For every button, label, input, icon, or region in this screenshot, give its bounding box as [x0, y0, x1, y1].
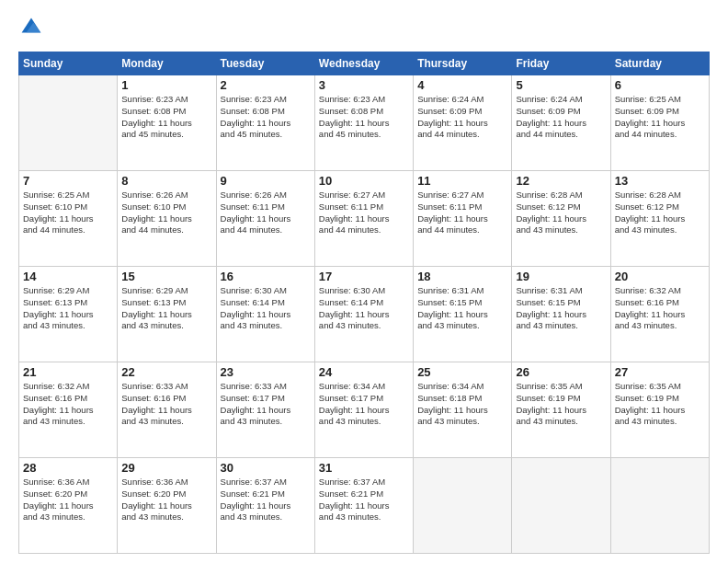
logo-icon — [20, 17, 42, 39]
day-info: Sunrise: 6:25 AMSunset: 6:09 PMDaylight:… — [615, 94, 705, 141]
calendar-cell: 18Sunrise: 6:31 AMSunset: 6:15 PMDayligh… — [414, 267, 512, 362]
calendar-cell: 29Sunrise: 6:36 AMSunset: 6:20 PMDayligh… — [118, 458, 216, 554]
day-number: 3 — [319, 78, 409, 92]
day-number: 9 — [221, 174, 311, 188]
calendar-cell: 15Sunrise: 6:29 AMSunset: 6:13 PMDayligh… — [118, 267, 216, 362]
day-info: Sunrise: 6:27 AMSunset: 6:11 PMDaylight:… — [417, 190, 507, 236]
day-info: Sunrise: 6:24 AMSunset: 6:09 PMDaylight:… — [417, 94, 507, 141]
calendar-cell: 13Sunrise: 6:28 AMSunset: 6:12 PMDayligh… — [610, 171, 709, 267]
logo — [18, 17, 46, 42]
day-number: 13 — [615, 174, 705, 188]
day-info: Sunrise: 6:31 AMSunset: 6:15 PMDaylight:… — [516, 285, 606, 332]
day-info: Sunrise: 6:29 AMSunset: 6:13 PMDaylight:… — [121, 285, 211, 332]
day-number: 12 — [516, 174, 606, 188]
calendar-cell: 27Sunrise: 6:35 AMSunset: 6:19 PMDayligh… — [610, 362, 709, 458]
day-number: 10 — [319, 174, 409, 188]
day-info: Sunrise: 6:36 AMSunset: 6:20 PMDaylight:… — [121, 477, 211, 523]
day-info: Sunrise: 6:31 AMSunset: 6:15 PMDaylight:… — [417, 285, 507, 332]
calendar-cell: 1Sunrise: 6:23 AMSunset: 6:08 PMDaylight… — [118, 75, 216, 171]
day-header-sunday: Sunday — [19, 52, 118, 75]
day-header-friday: Friday — [512, 52, 610, 75]
day-number: 28 — [23, 461, 113, 475]
calendar-cell: 11Sunrise: 6:27 AMSunset: 6:11 PMDayligh… — [414, 171, 512, 267]
day-info: Sunrise: 6:23 AMSunset: 6:08 PMDaylight:… — [221, 94, 311, 141]
calendar-cell — [19, 75, 118, 171]
calendar-cell: 30Sunrise: 6:37 AMSunset: 6:21 PMDayligh… — [216, 458, 314, 554]
calendar-cell: 7Sunrise: 6:25 AMSunset: 6:10 PMDaylight… — [19, 171, 118, 267]
day-number: 27 — [615, 365, 705, 379]
calendar-cell: 28Sunrise: 6:36 AMSunset: 6:20 PMDayligh… — [19, 458, 118, 554]
calendar-cell: 5Sunrise: 6:24 AMSunset: 6:09 PMDaylight… — [512, 75, 610, 171]
day-info: Sunrise: 6:37 AMSunset: 6:21 PMDaylight:… — [221, 477, 311, 523]
day-info: Sunrise: 6:34 AMSunset: 6:18 PMDaylight:… — [417, 381, 507, 428]
day-info: Sunrise: 6:32 AMSunset: 6:16 PMDaylight:… — [23, 381, 113, 428]
day-info: Sunrise: 6:27 AMSunset: 6:11 PMDaylight:… — [319, 190, 409, 236]
day-number: 22 — [121, 365, 211, 379]
day-number: 16 — [221, 270, 311, 283]
day-number: 23 — [221, 365, 311, 379]
day-info: Sunrise: 6:30 AMSunset: 6:14 PMDaylight:… — [319, 285, 409, 332]
day-info: Sunrise: 6:30 AMSunset: 6:14 PMDaylight:… — [221, 285, 311, 332]
calendar-header-row: SundayMondayTuesdayWednesdayThursdayFrid… — [19, 52, 710, 75]
day-header-wednesday: Wednesday — [314, 52, 413, 75]
day-number: 31 — [319, 461, 409, 475]
day-number: 7 — [23, 174, 113, 188]
calendar-cell: 20Sunrise: 6:32 AMSunset: 6:16 PMDayligh… — [610, 267, 709, 362]
day-number: 25 — [417, 365, 507, 379]
calendar: SundayMondayTuesdayWednesdayThursdayFrid… — [18, 52, 710, 554]
day-info: Sunrise: 6:26 AMSunset: 6:11 PMDaylight:… — [221, 190, 311, 236]
day-info: Sunrise: 6:24 AMSunset: 6:09 PMDaylight:… — [516, 94, 606, 141]
calendar-cell — [512, 458, 610, 554]
calendar-cell: 8Sunrise: 6:26 AMSunset: 6:10 PMDaylight… — [118, 171, 216, 267]
day-number: 17 — [319, 270, 409, 283]
day-number: 26 — [516, 365, 606, 379]
calendar-cell: 26Sunrise: 6:35 AMSunset: 6:19 PMDayligh… — [512, 362, 610, 458]
calendar-cell: 10Sunrise: 6:27 AMSunset: 6:11 PMDayligh… — [314, 171, 413, 267]
day-info: Sunrise: 6:35 AMSunset: 6:19 PMDaylight:… — [615, 381, 705, 428]
page: SundayMondayTuesdayWednesdayThursdayFrid… — [0, 0, 728, 563]
day-header-thursday: Thursday — [414, 52, 512, 75]
calendar-cell: 21Sunrise: 6:32 AMSunset: 6:16 PMDayligh… — [19, 362, 118, 458]
day-info: Sunrise: 6:28 AMSunset: 6:12 PMDaylight:… — [516, 190, 606, 236]
day-number: 5 — [516, 78, 606, 92]
day-number: 19 — [516, 270, 606, 283]
calendar-cell: 25Sunrise: 6:34 AMSunset: 6:18 PMDayligh… — [414, 362, 512, 458]
calendar-cell: 12Sunrise: 6:28 AMSunset: 6:12 PMDayligh… — [512, 171, 610, 267]
calendar-cell: 23Sunrise: 6:33 AMSunset: 6:17 PMDayligh… — [216, 362, 314, 458]
header — [18, 17, 710, 42]
day-number: 30 — [221, 461, 311, 475]
week-row-3: 14Sunrise: 6:29 AMSunset: 6:13 PMDayligh… — [19, 267, 710, 362]
day-number: 8 — [121, 174, 211, 188]
day-header-monday: Monday — [118, 52, 216, 75]
day-info: Sunrise: 6:26 AMSunset: 6:10 PMDaylight:… — [121, 190, 211, 236]
calendar-cell: 22Sunrise: 6:33 AMSunset: 6:16 PMDayligh… — [118, 362, 216, 458]
day-info: Sunrise: 6:37 AMSunset: 6:21 PMDaylight:… — [319, 477, 409, 523]
day-number: 11 — [417, 174, 507, 188]
day-number: 20 — [615, 270, 705, 283]
day-number: 21 — [23, 365, 113, 379]
day-info: Sunrise: 6:33 AMSunset: 6:16 PMDaylight:… — [121, 381, 211, 428]
day-info: Sunrise: 6:28 AMSunset: 6:12 PMDaylight:… — [615, 190, 705, 236]
day-number: 15 — [121, 270, 211, 283]
day-info: Sunrise: 6:25 AMSunset: 6:10 PMDaylight:… — [23, 190, 113, 236]
week-row-4: 21Sunrise: 6:32 AMSunset: 6:16 PMDayligh… — [19, 362, 710, 458]
day-number: 4 — [417, 78, 507, 92]
day-number: 24 — [319, 365, 409, 379]
day-number: 1 — [121, 78, 211, 92]
calendar-cell: 16Sunrise: 6:30 AMSunset: 6:14 PMDayligh… — [216, 267, 314, 362]
week-row-1: 1Sunrise: 6:23 AMSunset: 6:08 PMDaylight… — [19, 75, 710, 171]
day-info: Sunrise: 6:35 AMSunset: 6:19 PMDaylight:… — [516, 381, 606, 428]
calendar-cell — [610, 458, 709, 554]
day-info: Sunrise: 6:29 AMSunset: 6:13 PMDaylight:… — [23, 285, 113, 332]
calendar-cell: 17Sunrise: 6:30 AMSunset: 6:14 PMDayligh… — [314, 267, 413, 362]
day-number: 2 — [221, 78, 311, 92]
calendar-cell: 4Sunrise: 6:24 AMSunset: 6:09 PMDaylight… — [414, 75, 512, 171]
calendar-cell: 2Sunrise: 6:23 AMSunset: 6:08 PMDaylight… — [216, 75, 314, 171]
day-info: Sunrise: 6:34 AMSunset: 6:17 PMDaylight:… — [319, 381, 409, 428]
calendar-cell: 3Sunrise: 6:23 AMSunset: 6:08 PMDaylight… — [314, 75, 413, 171]
day-number: 6 — [615, 78, 705, 92]
day-info: Sunrise: 6:36 AMSunset: 6:20 PMDaylight:… — [23, 477, 113, 523]
day-info: Sunrise: 6:23 AMSunset: 6:08 PMDaylight:… — [121, 94, 211, 141]
day-number: 14 — [23, 270, 113, 283]
calendar-cell: 24Sunrise: 6:34 AMSunset: 6:17 PMDayligh… — [314, 362, 413, 458]
